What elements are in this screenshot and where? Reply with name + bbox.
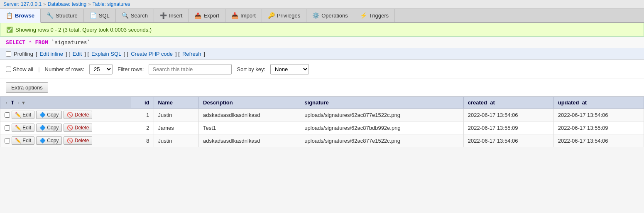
tab-import[interactable]: 📥 Import — [225, 9, 262, 22]
cell-name-1: James — [154, 121, 199, 134]
cell-description-1: Test1 — [199, 121, 300, 134]
row-checkbox-2[interactable] — [5, 138, 10, 144]
edit-button-2[interactable]: ✏️ Edit — [12, 136, 34, 145]
data-table: ← T → ▼ id Name Description signature cr… — [0, 97, 644, 147]
success-message: Showing rows 0 - 2 (3 total, Query took … — [15, 27, 152, 33]
sql-display: SELECT * FROM `signatures` — [0, 37, 644, 48]
table-wrapper: ← T → ▼ id Name Description signature cr… — [0, 97, 644, 147]
col-header-name[interactable]: Name — [154, 97, 199, 109]
cell-description-2: adskadsasdlkasdnlkasd — [199, 134, 300, 147]
cell-id-0: 1 — [131, 109, 154, 121]
tab-export[interactable]: 📤 Export — [189, 9, 225, 22]
sort-indicator: ▼ — [21, 100, 26, 105]
cell-signature-0: uploads/signatures/62ac877e1522c.png — [300, 109, 463, 121]
rows-select[interactable]: 25 50 100 250 500 — [89, 64, 113, 74]
cell-created-at-0: 2022-06-17 13:54:06 — [463, 109, 553, 121]
edit-button-1[interactable]: ✏️ Edit — [12, 124, 34, 132]
refresh-link[interactable]: Refresh — [182, 51, 201, 57]
cell-created-at-1: 2022-06-17 13:55:09 — [463, 121, 553, 134]
action-cell-1: ✏️ Edit 🔷 Copy 🚫 Delete — [0, 121, 131, 134]
search-tab-icon: 🔍 — [122, 12, 129, 19]
edit-button-0[interactable]: ✏️ Edit — [12, 111, 34, 119]
explain-sql-link[interactable]: Explain SQL — [91, 51, 121, 57]
cell-updated-at-1: 2022-06-17 13:55:09 — [553, 121, 644, 134]
arrow-left[interactable]: ← — [5, 99, 10, 106]
profiling-label: Profiling — [14, 51, 33, 57]
row-checkbox-0[interactable] — [5, 112, 10, 118]
col-header-updated-at[interactable]: updated_at — [553, 97, 644, 109]
extra-options-row: Extra options — [0, 79, 644, 97]
controls-row: Show all | Number of rows: 25 50 100 250… — [0, 60, 644, 79]
copy-button-1[interactable]: 🔷 Copy — [36, 124, 62, 132]
export-icon: 📤 — [194, 12, 201, 19]
cell-id-1: 2 — [131, 121, 154, 134]
success-icon: ✅ — [6, 27, 13, 33]
delete-button-1[interactable]: 🚫 Delete — [64, 124, 92, 132]
tab-structure[interactable]: 🔧 Structure — [41, 9, 84, 22]
action-cell-2: ✏️ Edit 🔷 Copy 🚫 Delete — [0, 134, 131, 147]
edit-link[interactable]: Edit — [73, 51, 82, 57]
cell-created-at-2: 2022-06-17 13:54:06 — [463, 134, 553, 147]
structure-icon: 🔧 — [47, 12, 54, 19]
insert-icon: ➕ — [160, 12, 167, 19]
tab-bar: 📋 Browse 🔧 Structure 📄 SQL 🔍 Search ➕ In… — [0, 9, 644, 23]
number-of-rows-label: Number of rows: — [45, 66, 84, 72]
breadcrumb-database[interactable]: Database: testing — [48, 1, 86, 7]
triggers-icon: ⚡ — [360, 12, 367, 19]
cell-signature-2: uploads/signatures/62ac877e1522c.png — [300, 134, 463, 147]
delete-button-0[interactable]: 🚫 Delete — [64, 111, 92, 119]
browse-icon: 📋 — [6, 12, 13, 19]
import-icon: 📥 — [231, 12, 238, 19]
tab-browse[interactable]: 📋 Browse — [0, 9, 41, 23]
table-row: ✏️ Edit 🔷 Copy 🚫 Delete 1 Justin adskads… — [0, 109, 644, 121]
cell-description-0: adskadsasdlkasdnlkasd — [199, 109, 300, 121]
row-checkbox-1[interactable] — [5, 125, 10, 131]
tab-operations[interactable]: ⚙️ Operations — [306, 9, 354, 22]
cell-signature-1: uploads/signatures/62ac87bdb992e.png — [300, 121, 463, 134]
breadcrumb-table[interactable]: Table: signatures — [93, 1, 130, 7]
cell-name-0: Justin — [154, 109, 199, 121]
profiling-separator: [ — [36, 51, 37, 57]
sort-by-key-select[interactable]: None PRIMARY id — [270, 64, 309, 74]
sql-select: SELECT — [6, 39, 25, 45]
action-cell-0: ✏️ Edit 🔷 Copy 🚫 Delete — [0, 109, 131, 121]
cell-id-2: 8 — [131, 134, 154, 147]
filter-rows-label: Filter rows: — [118, 66, 144, 72]
col-header-actions: ← T → ▼ — [0, 97, 131, 109]
sql-table: `signatures` — [51, 39, 91, 45]
edit-inline-link[interactable]: Edit inline — [40, 51, 63, 57]
success-banner: ✅ Showing rows 0 - 2 (3 total, Query too… — [0, 23, 644, 37]
create-php-link[interactable]: Create PHP code — [131, 51, 173, 57]
tab-search[interactable]: 🔍 Search — [116, 9, 154, 22]
col-header-created-at[interactable]: created_at — [463, 97, 553, 109]
privileges-icon: 🔑 — [268, 12, 275, 19]
profiling-checkbox[interactable] — [6, 51, 11, 57]
breadcrumb-server[interactable]: Server: 127.0.0.1 — [3, 1, 42, 7]
search-input[interactable] — [149, 64, 232, 74]
show-all-label[interactable]: Show all — [6, 66, 33, 72]
show-all-checkbox[interactable] — [6, 67, 11, 72]
tab-triggers[interactable]: ⚡ Triggers — [354, 9, 395, 22]
cell-updated-at-0: 2022-06-17 13:54:06 — [553, 109, 644, 121]
col-header-description[interactable]: Description — [199, 97, 300, 109]
cell-name-2: Justin — [154, 134, 199, 147]
cell-updated-at-2: 2022-06-17 13:54:06 — [553, 134, 644, 147]
delete-button-2[interactable]: 🚫 Delete — [64, 136, 92, 145]
sql-star: * — [29, 39, 35, 45]
sql-from: FROM — [35, 39, 48, 45]
copy-button-2[interactable]: 🔷 Copy — [36, 136, 62, 145]
table-row: ✏️ Edit 🔷 Copy 🚫 Delete 8 Justin adskads… — [0, 134, 644, 147]
arrow-right[interactable]: → — [15, 99, 20, 106]
col-header-id[interactable]: id — [131, 97, 154, 109]
table-header-row: ← T → ▼ id Name Description signature cr… — [0, 97, 644, 109]
tab-sql[interactable]: 📄 SQL — [84, 9, 116, 22]
col-header-signature[interactable]: signature — [300, 97, 463, 109]
copy-button-0[interactable]: 🔷 Copy — [36, 111, 62, 119]
tab-privileges[interactable]: 🔑 Privileges — [262, 9, 306, 22]
extra-options-button[interactable]: Extra options — [6, 82, 48, 93]
table-row: ✏️ Edit 🔷 Copy 🚫 Delete 2 James Test1 up… — [0, 121, 644, 134]
sort-by-key-label: Sort by key: — [237, 66, 265, 72]
tab-insert[interactable]: ➕ Insert — [154, 9, 189, 22]
profiling-row: Profiling [ Edit inline ] [ Edit ] [ Exp… — [0, 48, 644, 60]
sql-icon: 📄 — [90, 12, 97, 19]
